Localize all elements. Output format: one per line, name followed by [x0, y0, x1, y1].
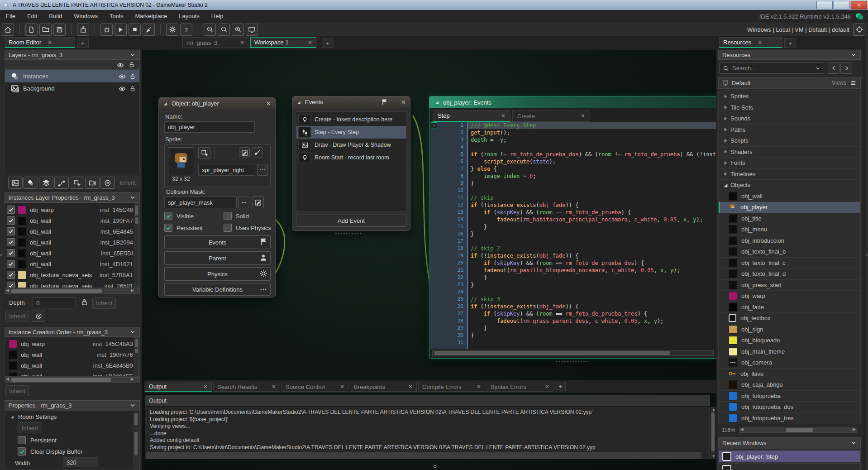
collapse-icon[interactable] — [162, 101, 168, 106]
search-input[interactable]: Search... — [719, 62, 824, 74]
lock-icon[interactable] — [129, 86, 136, 92]
visible-checkbox[interactable] — [164, 212, 172, 220]
collapse-output-icon[interactable] — [432, 463, 438, 470]
tab-close-icon[interactable]: ✕ — [48, 39, 52, 46]
add-instance-layer-button[interactable] — [24, 177, 38, 189]
menu-file[interactable]: File — [0, 10, 21, 23]
resource-group-tile-sets[interactable]: Tile Sets — [719, 102, 860, 114]
help-button[interactable]: ? — [180, 24, 192, 36]
new-workspace-tab-button[interactable]: + — [322, 38, 334, 48]
object-window-titlebar[interactable]: Object: obj_player — [159, 98, 275, 109]
menu-marketplace[interactable]: Marketplace — [129, 10, 173, 23]
recent-window-item-partial[interactable] — [719, 463, 860, 470]
search-prev-button[interactable] — [828, 62, 839, 74]
tab-close-icon[interactable]: ✕ — [581, 113, 585, 119]
layers-header[interactable]: Layers - rm_grass_3 — [5, 50, 140, 60]
add-path-layer-button[interactable] — [54, 177, 69, 189]
collision-mask-field[interactable]: spr_player_mask — [164, 197, 237, 208]
add-asset-layer-button[interactable] — [70, 177, 84, 189]
code-hscrollbar[interactable] — [432, 350, 714, 356]
creation-order-row[interactable]: obj_wall inst_190FA76 — [5, 349, 139, 360]
event-row[interactable]: Draw - Draw Player & Shadow — [296, 139, 406, 151]
menu-edit[interactable]: Edit — [21, 10, 43, 23]
workspace-tab-workspace-1[interactable]: Workspace 1 ✕ — [250, 37, 316, 48]
resource-group-shaders[interactable]: Shaders — [719, 147, 860, 158]
resource-item-obj_menu[interactable]: obj_menu — [719, 224, 860, 235]
expand-icon[interactable] — [722, 149, 729, 155]
solid-checkbox[interactable] — [224, 212, 232, 220]
instance-checkbox[interactable] — [7, 249, 15, 257]
resource-item-obj_wall[interactable]: obj_wall — [719, 191, 860, 202]
lock-icon[interactable] — [129, 62, 135, 68]
layer-row-background[interactable]: Background — [5, 82, 139, 95]
layer-props-reset-button[interactable] — [32, 311, 45, 322]
close-icon[interactable] — [401, 99, 406, 105]
open-project-button[interactable] — [39, 24, 52, 36]
tab-close-icon[interactable]: ✕ — [340, 384, 344, 390]
code-tab-create[interactable]: Create ✕ — [512, 110, 590, 122]
persistent-checkbox[interactable] — [18, 436, 26, 444]
instances-properties-header[interactable]: Instances Layer Properties - rm_grass_3 — [5, 192, 140, 203]
resource-item-obj_main_theme[interactable]: obj_main_theme — [719, 346, 860, 358]
tab-close-icon[interactable]: ✕ — [203, 384, 208, 390]
edit-sprite-button[interactable] — [252, 147, 262, 158]
room-settings-group[interactable]: Room Settings — [10, 413, 57, 420]
tab-room-editor[interactable]: Room Editor ✕ — [5, 37, 75, 48]
resource-group-objects[interactable]: Objects — [719, 180, 860, 191]
resource-item-obj_fotoprueba_tres[interactable]: obj_fotoprueba_tres — [719, 413, 860, 424]
instance-row[interactable]: obj_wall inst_190FA7 — [5, 215, 139, 226]
resource-group-fonts[interactable]: Fonts — [719, 158, 860, 169]
eye-icon[interactable] — [119, 73, 126, 80]
zoom-out-button[interactable] — [204, 24, 216, 36]
resource-item-obj_warp[interactable]: obj_warp — [719, 291, 860, 302]
resource-group-scripts[interactable]: Scripts — [719, 135, 860, 147]
tab-close-icon[interactable]: ✕ — [308, 39, 312, 46]
creation-order-row[interactable]: obj_warp inst_145C48A3 — [5, 338, 139, 349]
new-output-tab-button[interactable]: + — [555, 382, 566, 391]
resource-item-obj_texto_final_b[interactable]: obj_texto_final_b — [719, 246, 860, 258]
recent-window-item[interactable]: obj_player: Step — [719, 451, 860, 462]
tab-close-icon[interactable]: ✕ — [240, 39, 244, 46]
new-tab-button[interactable]: + — [784, 38, 796, 48]
instance-row[interactable]: obj_textura_nueva_seis inst_26501 — [5, 280, 139, 288]
chat-icon[interactable] — [855, 12, 863, 20]
output-tab-breakpoints[interactable]: Breakpoints ✕ — [350, 382, 417, 392]
depth-inherit-button[interactable]: Inherit — [92, 297, 116, 309]
restore-button[interactable] — [834, 1, 850, 10]
layer-props-inherit-button[interactable]: Inherit — [5, 311, 29, 322]
properties-vscrollbar[interactable] — [134, 412, 138, 469]
resource-item-obj_camera[interactable]: obj_camera — [719, 357, 860, 369]
instance-checkbox[interactable] — [7, 238, 15, 246]
new-tab-button[interactable]: + — [77, 38, 89, 48]
resource-item-obj_textbox[interactable]: obj_textbox — [719, 313, 860, 324]
resource-item-obj_title[interactable]: obj_title — [719, 213, 860, 225]
edit-image-button[interactable] — [239, 147, 250, 158]
resource-item-obj_player[interactable]: obj_player — [719, 202, 860, 213]
eye-icon[interactable] — [117, 62, 124, 69]
code-window-titlebar[interactable]: obj_player: Events — [429, 96, 717, 108]
expand-icon[interactable] — [722, 138, 729, 144]
resource-group-paths[interactable]: Paths — [719, 125, 860, 136]
new-sprite-button[interactable] — [198, 147, 210, 159]
tab-close-icon[interactable]: ✕ — [758, 39, 762, 46]
minimize-button[interactable] — [816, 1, 833, 10]
sprite-name-field[interactable]: spr_player_right — [198, 164, 255, 176]
creation-order-row[interactable]: obj_wall inst_6E4845B9 — [5, 360, 139, 371]
new-project-button[interactable] — [25, 24, 38, 36]
instance-row[interactable]: obj_wall inst_4D1621 — [5, 259, 139, 269]
resource-root-row[interactable]: Default Views — [718, 77, 861, 89]
resource-item-obj_sign[interactable]: obj_sign — [719, 324, 860, 336]
creation-order-row[interactable]: obj_wall inst_1B2094FE — [5, 371, 139, 377]
expand-icon[interactable] — [722, 93, 729, 100]
mask-picker-button[interactable] — [238, 197, 249, 208]
add-layer-folder-button[interactable] — [85, 177, 100, 189]
event-row[interactable]: Create - Insert description here — [296, 113, 406, 126]
search-next-button[interactable] — [840, 62, 852, 74]
resource-item-obj_press_start[interactable]: obj_press_start — [719, 280, 860, 291]
output-vscrollbar[interactable]: ▲ ▼ — [711, 407, 715, 459]
resource-zoom-slider[interactable]: ◀ ▶ — [739, 427, 857, 433]
tab-resources[interactable]: Resources ✕ — [719, 37, 782, 48]
instance-row[interactable]: obj_warp inst_145C48 — [5, 204, 139, 215]
clear-display-checkbox[interactable] — [18, 447, 26, 456]
delete-layer-button[interactable] — [100, 177, 115, 189]
